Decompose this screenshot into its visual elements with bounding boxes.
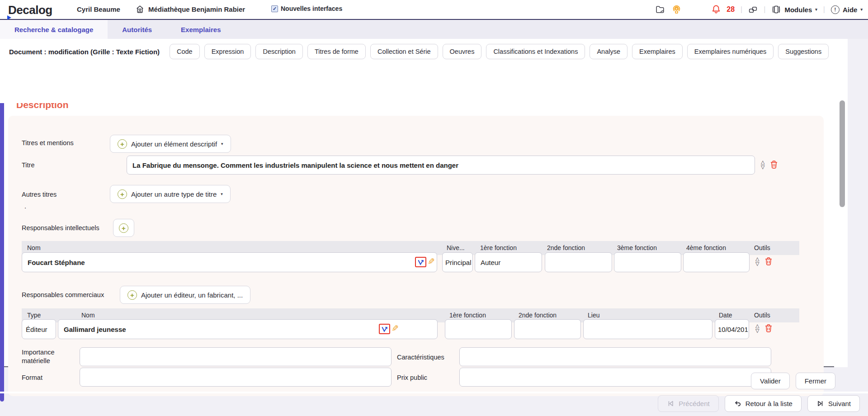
tab-recherche-catalogage[interactable]: Recherche & catalogage [0, 20, 108, 39]
grid-button-analyse[interactable]: Analyse [590, 44, 627, 59]
modules-cube-icon [771, 5, 781, 14]
library-house-icon [135, 4, 145, 14]
responsables-intellectuels-label: Responsables intellectuels [22, 224, 99, 232]
reorder-arrows[interactable]: △▽ [761, 160, 764, 169]
link-chain-icon[interactable] [748, 5, 758, 14]
checkbox-checked-icon[interactable]: ✓ [271, 5, 278, 12]
divider: | [741, 5, 742, 14]
document-toolbar: Document : modification (Grille : Texte … [0, 39, 848, 64]
retour-liste-button[interactable]: Retour à la liste [725, 395, 802, 412]
help-menu[interactable]: ! Aide ▾ [831, 5, 863, 14]
plus-icon: + [118, 189, 127, 199]
chevron-down-icon: ▾ [221, 142, 223, 146]
user-name[interactable]: Cyril Beaume [77, 5, 120, 13]
description-panel: Titres et mentions + Ajouter un élément … [8, 116, 824, 396]
sort-up-icon: △ [761, 160, 764, 164]
titre-input[interactable]: La Fabrique du mensonge. Comment les ind… [127, 156, 755, 175]
precedent-button[interactable]: Précédent [658, 395, 718, 412]
intellectuel-row: Foucart Stéphane ✎ Principal Auteur △▽ [22, 252, 799, 273]
sort-up-icon: △ [755, 323, 759, 328]
commercial-date-input[interactable]: 10/04/201 [715, 319, 749, 339]
col-2nde-fonction: 2nde fonction [547, 244, 585, 251]
prix-public-input[interactable] [459, 368, 771, 387]
add-editor-button[interactable]: + Ajouter un éditeur, un fabricant, ... [120, 286, 250, 304]
commercial-f2-input[interactable] [514, 319, 581, 339]
trash-icon[interactable] [764, 257, 773, 266]
notifications-count[interactable]: 28 [726, 5, 735, 14]
library-name[interactable]: Médiathèque Benjamin Rabier [148, 5, 245, 13]
sort-down-icon: ▽ [755, 328, 759, 333]
divider: | [764, 5, 765, 14]
tab-autorites[interactable]: Autorités [108, 20, 166, 39]
intellectuel-f2-input[interactable] [545, 252, 612, 272]
col-date: Date [719, 312, 732, 319]
intellectuel-nom-input[interactable]: Foucart Stéphane [22, 252, 437, 272]
skip-previous-icon [667, 400, 675, 407]
col-1ere-fonction: 1ère fonction [449, 312, 486, 319]
intellectuel-f4-input[interactable] [683, 252, 750, 272]
modules-label: Modules [784, 6, 812, 14]
valider-button[interactable]: Valider [751, 373, 790, 389]
titre-label: Titre [22, 161, 34, 169]
format-input[interactable] [80, 368, 392, 387]
suivant-button[interactable]: Suivant [807, 395, 860, 412]
chevron-down-icon: ▾ [815, 7, 817, 12]
logo-text: Decalog [8, 3, 52, 17]
scrollbar-thumb[interactable] [840, 100, 845, 207]
intellectuel-niveau-input[interactable]: Principal [442, 252, 473, 272]
new-interfaces-toggle[interactable]: ✓ Nouvelles interfaces [271, 5, 342, 12]
caracteristiques-input[interactable] [459, 347, 771, 366]
grid-button-exemplaires-numeriques[interactable]: Exemplaires numériques [687, 44, 774, 59]
footer-actions-navigation: Précédent Retour à la liste Suivant [658, 395, 860, 412]
notifications-bell-icon[interactable] [712, 5, 721, 14]
authority-link-icon[interactable] [379, 324, 390, 334]
trash-icon[interactable] [770, 160, 778, 169]
edit-pencil-icon[interactable]: ✎ [392, 323, 399, 334]
grid-button-suggestions[interactable]: Suggestions [778, 44, 829, 59]
responsables-commerciaux-label: Responsables commerciaux [22, 291, 104, 298]
grid-button-collection-serie[interactable]: Collection et Série [370, 44, 438, 59]
commercial-f1-input[interactable] [445, 319, 512, 339]
grid-button-titres-de-forme[interactable]: Titres de forme [307, 44, 366, 59]
screen: Decalog Cyril Beaume Médiathèque Benjami… [0, 0, 868, 416]
importance-input[interactable] [80, 347, 392, 366]
trash-icon[interactable] [764, 324, 773, 333]
grid-button-classifications[interactable]: Classifications et Indexations [486, 44, 585, 59]
folder-cloud-icon[interactable] [655, 5, 665, 14]
commercial-row: Éditeur Gallimard jeunesse ✎ 10/04/201 △… [22, 319, 799, 340]
reorder-arrows[interactable]: △▽ [755, 256, 759, 266]
grid-button-exemplaires[interactable]: Exemplaires [632, 44, 683, 59]
help-info-icon: ! [831, 5, 840, 14]
plus-icon: + [119, 223, 128, 233]
edit-pencil-icon[interactable]: ✎ [428, 256, 435, 267]
broadcast-user-icon[interactable] [671, 5, 682, 15]
header-actions: 28 | | Modules ▾ | ! [655, 0, 863, 19]
commercial-lieu-input[interactable] [583, 319, 712, 339]
col-niveau: Nive... [447, 244, 465, 251]
caracteristiques-label: Caractéristiques [397, 353, 444, 362]
plus-icon: + [118, 139, 127, 149]
add-title-type-button[interactable]: + Ajouter un autre type de titre ▾ [110, 185, 231, 203]
grid-button-code[interactable]: Code [170, 44, 200, 59]
tab-exemplaires[interactable]: Exemplaires [166, 20, 235, 39]
chevron-down-icon: ▾ [221, 192, 223, 196]
add-descriptive-element-button[interactable]: + Ajouter un élément descriptif ▾ [110, 135, 231, 153]
divider: | [823, 5, 825, 14]
col-outils: Outils [754, 312, 770, 319]
grid-button-oeuvres[interactable]: Oeuvres [443, 44, 482, 59]
document-title: Document : modification (Grille : Texte … [9, 48, 165, 56]
modules-menu[interactable]: Modules ▾ [771, 5, 817, 14]
sort-down-icon: ▽ [755, 261, 759, 266]
intellectuel-f3-input[interactable] [614, 252, 681, 272]
grid-button-expression[interactable]: Expression [204, 44, 251, 59]
col-outils: Outils [754, 244, 770, 251]
add-intellectual-button[interactable]: + [113, 219, 134, 237]
format-label: Format [22, 373, 42, 382]
fermer-button[interactable]: Fermer [796, 373, 835, 389]
commercial-type-input[interactable]: Éditeur [22, 319, 56, 339]
decalog-logo[interactable]: Decalog [8, 3, 52, 17]
reorder-arrows[interactable]: △▽ [755, 323, 759, 333]
authority-link-icon[interactable] [415, 257, 426, 267]
intellectuel-f1-input[interactable]: Auteur [475, 252, 542, 272]
grid-button-description[interactable]: Description [255, 44, 303, 59]
